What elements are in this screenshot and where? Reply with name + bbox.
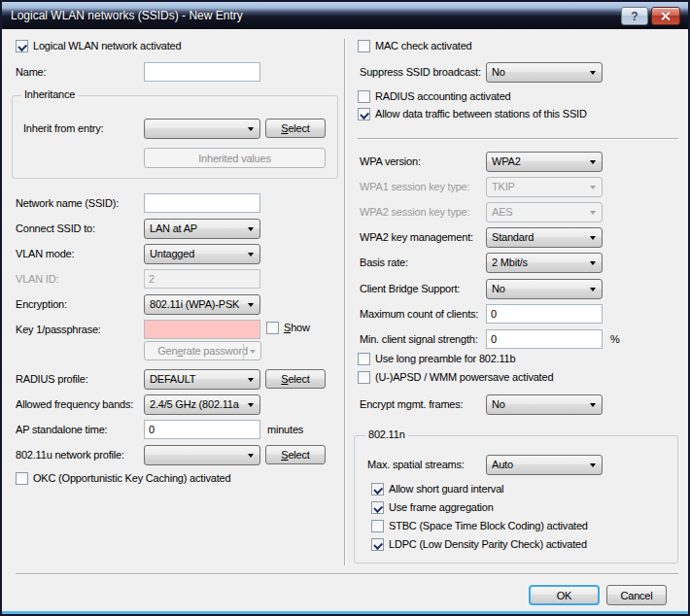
ldpc-checkbox[interactable] <box>371 538 384 551</box>
mac-check-checkbox[interactable] <box>358 40 370 52</box>
chevron-down-icon <box>248 303 254 307</box>
split-divider <box>243 344 244 359</box>
min-client-signal-strength-input[interactable] <box>486 329 603 349</box>
window-title: Logical WLAN networks (SSIDs) - New Entr… <box>11 9 243 22</box>
suppress-ssid-broadcast-label: Suppress SSID broadcast: <box>360 62 481 82</box>
long-preamble-checkbox[interactable] <box>358 353 370 365</box>
chevron-down-icon <box>590 288 596 291</box>
radius-accounting-checkbox[interactable] <box>358 90 370 103</box>
wpa2-key-management-select[interactable]: Standard <box>486 227 603 248</box>
footer-divider <box>16 573 678 575</box>
show-password-label: Show <box>284 322 310 335</box>
titlebar[interactable]: Logical WLAN networks (SSIDs) - New Entr… <box>2 2 688 29</box>
80211u-select-button[interactable]: Select <box>265 445 326 464</box>
wpa2-session-key-type-label: WPA2 session key type: <box>360 202 469 222</box>
chevron-down-icon <box>250 350 256 354</box>
max-spatial-streams-select[interactable]: Auto <box>486 455 603 475</box>
client-bridge-support-label: Client Bridge Support: <box>360 279 460 298</box>
wpa2-key-management-value: Standard <box>492 231 534 243</box>
wpa-version-label: WPA version: <box>360 152 421 171</box>
cancel-button[interactable]: Cancel <box>606 585 667 605</box>
stbc-checkbox[interactable] <box>371 520 384 532</box>
dialog-window: Logical WLAN networks (SSIDs) - New Entr… <box>0 0 690 616</box>
encrypt-mgmt-frames-value: No <box>492 398 505 410</box>
section-divider <box>358 138 678 140</box>
mac-check-label: MAC check activated <box>375 40 472 53</box>
generate-password-button[interactable]: Generate password <box>144 341 261 360</box>
wpa-version-select[interactable]: WPA2 <box>486 152 603 172</box>
max-spatial-streams-value: Auto <box>492 459 513 470</box>
minutes-unit-label: minutes <box>267 420 303 439</box>
window-bottom-accent <box>2 611 688 614</box>
80211u-network-profile-label: 802.11u network profile: <box>16 445 124 464</box>
vlan-mode-value: Untagged <box>150 248 194 259</box>
basis-rate-label: Basis rate: <box>360 253 408 272</box>
max-spatial-streams-label: Max. spatial streams: <box>367 455 465 474</box>
suppress-ssid-broadcast-select[interactable]: No <box>486 62 603 83</box>
chevron-down-icon <box>590 186 596 189</box>
network-name-ssid-input[interactable] <box>144 193 260 213</box>
wpa-version-value: WPA2 <box>492 155 521 167</box>
wpa2-session-key-type-select: AES <box>486 202 603 222</box>
inherit-from-entry-select[interactable] <box>144 119 260 139</box>
chevron-down-icon <box>248 403 254 407</box>
ap-standalone-time-input[interactable] <box>144 420 260 439</box>
wpa1-session-key-type-label: WPA1 session key type: <box>360 177 469 196</box>
suppress-ssid-broadcast-value: No <box>492 66 505 78</box>
vlan-id-label: VLAN ID: <box>16 269 58 289</box>
help-button[interactable]: ? <box>621 7 648 25</box>
connect-ssid-to-select[interactable]: LAN at AP <box>144 219 260 239</box>
ok-button[interactable]: OK <box>529 585 600 605</box>
ldpc-label: LDPC (Low Density Parity Check) activate… <box>389 538 587 552</box>
chevron-down-icon <box>590 211 596 215</box>
name-input[interactable] <box>144 62 260 82</box>
connect-ssid-to-value: LAN at AP <box>150 222 197 234</box>
80211u-network-profile-select[interactable] <box>144 445 260 465</box>
radius-profile-select-button[interactable]: Select <box>265 369 326 389</box>
vlan-mode-select[interactable]: Untagged <box>144 244 260 264</box>
inherit-select-button[interactable]: Select <box>265 119 326 138</box>
frame-aggregation-checkbox[interactable] <box>371 501 384 514</box>
show-password-checkbox[interactable] <box>266 322 279 334</box>
long-preamble-label: Use long preamble for 802.11b <box>375 353 515 366</box>
encryption-value: 802.11i (WPA)-PSK <box>150 298 239 310</box>
apsd-checkbox[interactable] <box>358 371 370 384</box>
encryption-select[interactable]: 802.11i (WPA)-PSK <box>144 294 260 315</box>
radius-profile-label: RADIUS profile: <box>16 369 88 389</box>
chevron-down-icon <box>248 127 254 131</box>
chevron-down-icon <box>590 160 596 164</box>
radius-profile-select[interactable]: DEFAULT <box>144 369 260 390</box>
radius-accounting-label: RADIUS accounting activated <box>375 90 511 104</box>
basis-rate-select[interactable]: 2 Mbit/s <box>486 253 603 273</box>
radius-profile-value: DEFAULT <box>150 373 195 385</box>
short-guard-interval-label: Allow short guard interval <box>389 483 503 496</box>
close-button[interactable] <box>651 7 680 25</box>
allowed-frequency-bands-select[interactable]: 2.4/5 GHz (802.11a <box>144 394 260 415</box>
frame-aggregation-label: Use frame aggregation <box>389 501 494 515</box>
allow-data-traffic-label: Allow data traffic between stations of t… <box>375 108 587 121</box>
inherited-values-button[interactable]: Inherited values <box>144 148 326 168</box>
okc-checkbox[interactable] <box>16 472 28 485</box>
chevron-down-icon <box>248 253 254 257</box>
chevron-down-icon <box>248 227 254 231</box>
vlan-mode-label: VLAN mode: <box>16 244 74 263</box>
min-client-signal-strength-label: Min. client signal strength: <box>360 329 478 349</box>
maximum-count-of-clients-input[interactable] <box>486 304 603 324</box>
wpa2-session-key-type-value: AES <box>492 206 512 218</box>
apsd-label: (U-)APSD / WMM powersave activated <box>375 371 553 385</box>
allow-data-traffic-checkbox[interactable] <box>358 108 370 120</box>
wpa2-key-management-label: WPA2 key management: <box>360 227 473 247</box>
logical-wlan-activated-label: Logical WLAN network activated <box>33 40 181 53</box>
encrypt-mgmt-frames-select[interactable]: No <box>486 394 603 415</box>
short-guard-interval-checkbox[interactable] <box>371 483 384 496</box>
chevron-down-icon <box>248 378 254 382</box>
encryption-label: Encryption: <box>16 294 67 314</box>
wpa1-session-key-type-value: TKIP <box>492 181 515 192</box>
chevron-down-icon <box>590 463 596 467</box>
client-bridge-support-select[interactable]: No <box>486 279 603 299</box>
80211n-group-title: 802.11n <box>365 428 408 440</box>
key1-passphrase-input[interactable] <box>144 320 260 339</box>
ap-standalone-time-label: AP standalone time: <box>16 420 107 439</box>
logical-wlan-activated-checkbox[interactable] <box>16 40 28 52</box>
chevron-down-icon <box>590 403 596 407</box>
